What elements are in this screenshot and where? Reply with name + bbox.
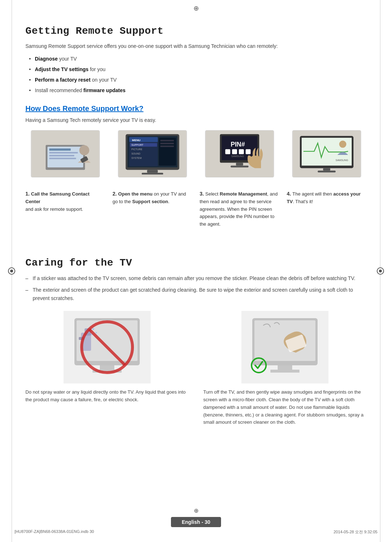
svg-rect-12	[147, 170, 158, 173]
footer-meta-left: [HU8700F-ZA]BN68-06338A-01ENG.indb 30	[15, 529, 94, 535]
caring-bullet-1: If a sticker was attached to the TV scre…	[25, 274, 367, 282]
list-item: Diagnose your TV	[29, 55, 367, 63]
svg-rect-27	[160, 143, 174, 144]
svg-rect-33	[225, 149, 230, 154]
svg-rect-5	[49, 155, 74, 156]
svg-text:SAMSUNG: SAMSUNG	[231, 155, 244, 157]
steps-text-row: 1. Call the Samsung Contact Center and a…	[25, 190, 367, 228]
step-1-image	[31, 130, 100, 177]
step-1-label: Call the Samsung Contact Center	[25, 191, 90, 204]
page: ⊕ Getting Remote Support Samsung Remote …	[0, 0, 392, 542]
svg-rect-35	[239, 149, 244, 154]
svg-rect-28	[160, 145, 174, 147]
right-registration-mark	[377, 267, 384, 275]
step-4-detail: . That's it!	[293, 199, 313, 204]
footer: ⊕ English - 30 [HU8700F-ZA]BN68-06338A-0…	[0, 507, 392, 535]
steps-images-row: MENU SUPPORT PICTURE SOUND SYSTEM	[25, 130, 367, 182]
step-4-image: SAMSUNG	[292, 130, 361, 177]
step-2-image: MENU SUPPORT PICTURE SOUND SYSTEM	[118, 130, 187, 177]
svg-rect-13	[142, 173, 163, 174]
caring-bullets-list: If a sticker was attached to the TV scre…	[25, 274, 367, 302]
svg-rect-4	[49, 152, 78, 153]
how-intro-text: Having a Samsung Tech remotely service y…	[25, 117, 367, 123]
svg-point-7	[79, 145, 89, 155]
svg-point-43	[339, 141, 346, 148]
list-item: Install recommended firmware updates	[29, 87, 367, 94]
svg-text:MENU: MENU	[132, 139, 140, 142]
svg-rect-39	[230, 165, 248, 167]
svg-rect-26	[160, 140, 174, 141]
svg-text:SAMSUNG: SAMSUNG	[336, 159, 348, 161]
step-1-text: 1. Call the Samsung Contact Center and a…	[25, 190, 105, 228]
step-3-image-box: PIN# SAMSUNG	[200, 130, 279, 182]
svg-rect-25	[159, 138, 176, 166]
svg-rect-64	[278, 365, 292, 370]
step-3-image: PIN# SAMSUNG	[205, 130, 274, 177]
svg-rect-65	[270, 370, 299, 373]
caring-image-1-box: Do not spray water or any liquid directl…	[25, 311, 189, 404]
svg-rect-6	[49, 158, 76, 159]
list-item: Perform a factory reset on your TV	[29, 76, 367, 84]
step-2-label-open: Open the menu	[118, 191, 153, 197]
svg-rect-45	[323, 168, 330, 171]
step-1-detail: and ask for remote support.	[25, 206, 83, 212]
svg-rect-34	[232, 149, 237, 154]
step-4-num: 4.	[287, 191, 293, 197]
svg-rect-3	[49, 148, 71, 151]
svg-rect-38	[236, 163, 243, 166]
step-2-num: 2.	[113, 191, 118, 197]
step-3-label: Remote Management	[220, 191, 267, 197]
step-4-image-box: SAMSUNG	[287, 130, 367, 182]
step-4-text: 4. The agent will then access your TV. T…	[287, 190, 367, 228]
caring-bullet-2: The exterior and screen of the product c…	[25, 286, 367, 302]
footer-meta-right: 2014-05-28 오전 9:32:05	[334, 529, 377, 535]
step-2-image-box: MENU SUPPORT PICTURE SOUND SYSTEM	[113, 130, 192, 182]
caring-image-2-box: Turn off the TV, and then gently wipe aw…	[203, 311, 367, 426]
caring-image-1	[64, 311, 151, 383]
caring-images-row: Do not spray water or any liquid directl…	[25, 311, 367, 426]
feature-list: Diagnose your TV Adjust the TV settings …	[25, 55, 367, 94]
step-2-label-support: Support section	[132, 199, 168, 204]
svg-text:PICTURE: PICTURE	[131, 148, 143, 151]
svg-rect-46	[318, 171, 335, 172]
page-number-badge: English - 30	[171, 517, 221, 527]
svg-text:SYSTEM: SYSTEM	[131, 157, 142, 159]
intro-text: Samsung Remote Support service offers yo…	[25, 42, 367, 50]
left-registration-mark	[8, 267, 15, 275]
subsection-title: How Does Remote Support Work?	[25, 104, 367, 113]
svg-text:PIN#: PIN#	[230, 141, 245, 148]
step-1-image-box	[25, 130, 105, 182]
svg-text:SOUND: SOUND	[131, 152, 140, 155]
caring-image-2	[241, 311, 328, 383]
top-registration-mark: ⊕	[193, 4, 199, 12]
caring-title: Caring for the TV	[25, 257, 367, 268]
caring-caption-1: Do not spray water or any liquid directl…	[25, 389, 189, 404]
step-2-text: 2. Open the menu on your TV and go to th…	[113, 190, 192, 228]
svg-point-56	[93, 328, 94, 330]
caring-caption-2: Turn off the TV, and then gently wipe aw…	[203, 389, 367, 426]
bottom-registration-mark: ⊕	[194, 507, 199, 514]
section-divider	[25, 239, 367, 246]
list-item: Adjust the TV settings for you	[29, 66, 367, 73]
svg-text:SUPPORT: SUPPORT	[131, 144, 144, 146]
footer-meta: [HU8700F-ZA]BN68-06338A-01ENG.indb 30 20…	[0, 529, 392, 535]
svg-rect-50	[100, 365, 114, 370]
step-3-text: 3. Select Remote Management, and then re…	[200, 190, 279, 228]
step-1-num: 1.	[25, 191, 31, 197]
step-3-num: 3.	[200, 191, 205, 197]
svg-point-57	[95, 332, 97, 333]
svg-rect-36	[246, 149, 251, 154]
page-title: Getting Remote Support	[25, 25, 367, 37]
